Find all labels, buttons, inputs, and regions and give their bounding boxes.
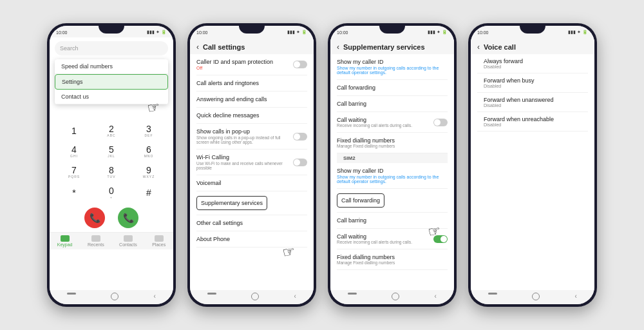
voice-forward-unanswered[interactable]: Forward when unanswered Disabled [477, 93, 588, 112]
nav-bar-home-4[interactable] [532, 293, 540, 300]
nav-bar-dot [67, 293, 76, 295]
key-5[interactable]: 5JKL [93, 142, 129, 161]
dropdown-settings[interactable]: Settings [55, 74, 168, 90]
back-button-2[interactable]: ‹ [196, 43, 199, 52]
settings-header-3: ‹ Supplementary services [330, 37, 454, 54]
key-3[interactable]: 3DEF [131, 121, 167, 141]
phone-nav-1: ‹ [50, 290, 173, 304]
time-2: 10:00 [196, 30, 208, 35]
phone-1: 10:00 ▮▮▮ ✦ 🔋 Search Speed dial numbers … [47, 23, 176, 307]
supp-call-barring[interactable]: Call barring [337, 96, 448, 112]
back-button-4[interactable]: ‹ [477, 43, 480, 52]
settings-list-3: Show my caller ID Show my number in outg… [330, 54, 454, 270]
settings-answering[interactable]: Answering and ending calls [196, 92, 307, 108]
notch-2 [239, 26, 265, 34]
notch-1 [99, 26, 124, 34]
supplementary-highlighted[interactable]: Supplementary services [196, 196, 267, 210]
settings-quick-decline[interactable]: Quick decline messages [196, 108, 307, 124]
status-icons-4: ▮▮▮ ✦ 🔋 [568, 30, 588, 35]
back-button-3[interactable]: ‹ [337, 43, 339, 52]
settings-wifi[interactable]: Wi-Fi Calling Use Wi-Fi to make and rece… [196, 150, 307, 175]
nav-bar-back-2[interactable]: ‹ [294, 293, 296, 300]
settings-caller-id[interactable]: Caller ID and spam protection Off [196, 54, 307, 75]
dropdown-menu: Speed dial numbers Settings Contact us [55, 59, 168, 104]
key-7[interactable]: 7PQRS [56, 162, 92, 182]
settings-header-4: ‹ Voice call [471, 37, 594, 54]
nav-bar-home-2[interactable] [251, 293, 259, 300]
settings-title-4: Voice call [484, 43, 516, 51]
time-3: 10:00 [337, 30, 348, 35]
start-call-button[interactable]: 📞 [118, 208, 138, 228]
dropdown-speed-dial[interactable]: Speed dial numbers [55, 59, 168, 74]
supp-call-waiting-sim2[interactable]: Call waiting Receive incoming call alert… [337, 229, 448, 249]
toggle-waiting-1[interactable] [433, 119, 448, 126]
nav-bar-home-3[interactable] [392, 293, 399, 300]
phone-2: 10:00 ▮▮▮ ✦ 🔋 ‹ Call settings Caller ID … [187, 23, 316, 307]
settings-title-3: Supplementary services [343, 43, 425, 51]
phone-3: 10:00 ▮▮▮ ✦ 🔋 ‹ Supplementary services S… [328, 23, 457, 307]
nav-bar-back-3[interactable]: ‹ [435, 293, 437, 300]
settings-alerts[interactable]: Call alerts and ringtones [196, 75, 307, 92]
screen-2: ‹ Call settings Caller ID and spam prote… [190, 37, 314, 290]
key-6[interactable]: 6MNO [131, 142, 167, 161]
sim2-label: SIM2 [337, 153, 448, 163]
supp-call-barring-sim2[interactable]: Call barring [337, 213, 448, 229]
call-forwarding-highlighted[interactable]: Call forwarding [337, 193, 384, 208]
supp-call-forwarding[interactable]: Call forwarding [337, 80, 448, 96]
search-bar[interactable]: Search [55, 41, 168, 55]
screen-1: Search Speed dial numbers Settings Conta… [50, 37, 173, 290]
toggle-wifi[interactable] [293, 159, 307, 166]
nav-contacts[interactable]: Contacts [119, 235, 137, 247]
settings-supplementary[interactable]: Supplementary services [196, 191, 307, 215]
key-2[interactable]: 2ABC [93, 121, 129, 141]
nav-keypad[interactable]: Keypad [57, 235, 73, 247]
status-icons-1: ▮▮▮ ✦ 🔋 [147, 30, 167, 35]
toggle-caller-id[interactable] [293, 61, 307, 68]
settings-list-2: Caller ID and spam protection Off Call a… [190, 54, 314, 248]
toggle-waiting-sim2[interactable] [433, 235, 448, 243]
key-1[interactable]: 1 [56, 121, 92, 141]
supp-fixed-dialling[interactable]: Fixed dialling numbers Manage Fixed dial… [337, 133, 448, 153]
end-call-button[interactable]: 📞 [84, 208, 105, 228]
key-8[interactable]: 8TUV [93, 162, 129, 182]
nav-places[interactable]: Places [152, 235, 166, 247]
phone-nav-4: ‹ [471, 290, 594, 304]
nav-bar-back[interactable]: ‹ [154, 293, 156, 300]
time-1: 10:00 [56, 30, 68, 35]
settings-voicemail[interactable]: Voicemail [196, 175, 307, 191]
voice-forward-unreachable[interactable]: Forward when unreachable Disabled [477, 112, 588, 131]
phone-4: 10:00 ▮▮▮ ✦ 🔋 ‹ Voice call Always forwar… [468, 23, 597, 307]
keypad-grid: 1 2ABC 3DEF 4GHI 5JKL 6MNO 7PQRS 8TUV 9W… [50, 119, 173, 205]
phones-container: 10:00 ▮▮▮ ✦ 🔋 Search Speed dial numbers … [34, 10, 610, 320]
key-hash[interactable]: # [131, 183, 167, 202]
supp-fixed-sim2[interactable]: Fixed dialling numbers Manage Fixed dial… [337, 249, 448, 270]
settings-about[interactable]: About Phone [196, 231, 307, 248]
status-icons-2: ▮▮▮ ✦ 🔋 [287, 30, 307, 35]
settings-header-2: ‹ Call settings [190, 37, 314, 54]
toggle-popup[interactable] [293, 133, 307, 141]
voice-forward-busy[interactable]: Forward when busy Disabled [477, 73, 588, 93]
nav-bar-dot-3 [348, 293, 357, 295]
phone-nav-3: ‹ [330, 290, 454, 304]
cursor-hand-1: ☞ [146, 98, 162, 117]
nav-bar-dot-2 [207, 293, 216, 295]
voice-always-forward[interactable]: Always forward Disabled [477, 54, 588, 73]
supp-call-waiting[interactable]: Call waiting Receive incoming call alert… [337, 112, 448, 133]
nav-bar-home[interactable] [111, 293, 118, 300]
notch-4 [520, 26, 545, 34]
bottom-nav-1: Keypad Recents Contacts Places [50, 232, 173, 249]
settings-popup[interactable]: Show calls in pop-up Show ongoing calls … [196, 124, 307, 150]
settings-title-2: Call settings [203, 43, 245, 51]
key-0[interactable]: 0+ [93, 183, 129, 202]
supp-show-caller-sim2[interactable]: Show my caller ID Show my number in outg… [337, 163, 448, 189]
supp-call-forwarding-sim2[interactable]: Call forwarding [337, 189, 448, 213]
nav-recents[interactable]: Recents [88, 235, 104, 247]
key-star[interactable]: * [56, 183, 92, 202]
key-4[interactable]: 4GHI [56, 142, 92, 161]
key-9[interactable]: 9WXYZ [131, 162, 167, 182]
settings-other[interactable]: Other call settings [196, 215, 307, 231]
phone-nav-2: ‹ [190, 290, 314, 304]
nav-bar-back-4[interactable]: ‹ [575, 293, 577, 300]
supp-show-caller[interactable]: Show my caller ID Show my number in outg… [337, 54, 448, 80]
status-icons-3: ▮▮▮ ✦ 🔋 [428, 30, 448, 35]
